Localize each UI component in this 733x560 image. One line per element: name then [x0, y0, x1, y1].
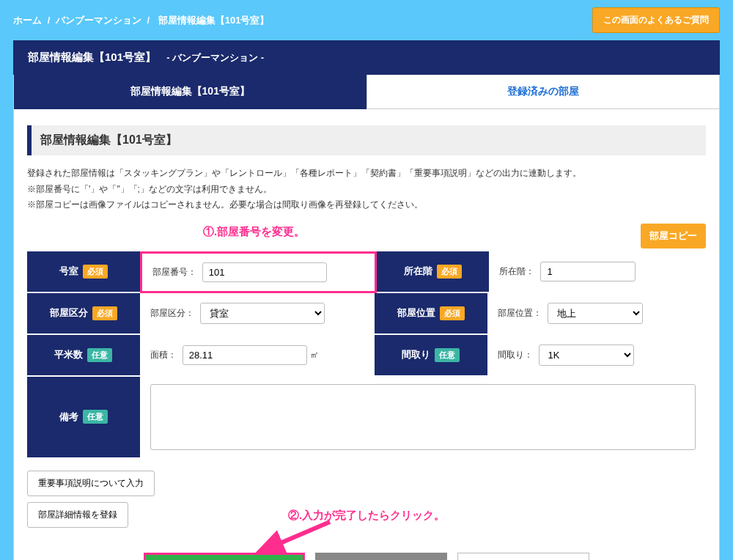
field-label: 部屋番号：	[152, 266, 196, 279]
important-matters-button[interactable]: 重要事項説明について入力	[27, 471, 155, 496]
required-badge: 必須	[440, 306, 465, 320]
room-pos-select[interactable]: 地上	[548, 303, 643, 324]
room-pos-cell: 部屋位置： 地上	[487, 293, 706, 335]
breadcrumb-building[interactable]: バンブーマンション	[56, 15, 141, 26]
field-label: 間取り：	[498, 349, 533, 361]
delete-button[interactable]: 削除する	[315, 553, 447, 560]
annotation-1: ①.部屋番号を変更。	[203, 225, 305, 239]
breadcrumb-current: 部屋情報編集【101号室】	[158, 15, 270, 26]
room-no-input[interactable]	[202, 262, 327, 282]
note-line: ※部屋コピーは画像ファイルはコピーされません。必要な場合は間取り画像を再登録して…	[27, 197, 706, 213]
note-line: 登録された部屋情報は「スタッキングプラン」や「レントロール」「各種レポート」「契…	[27, 166, 706, 182]
label-layout: 間取り 任意	[375, 335, 487, 377]
room-copy-button[interactable]: 部屋コピー	[641, 224, 706, 248]
faq-button[interactable]: この画面のよくあるご質問	[592, 7, 720, 33]
room-type-cell: 部屋区分： 貸室	[140, 293, 375, 335]
floor-input[interactable]	[540, 262, 636, 281]
page-subtitle: - バンブーマンション -	[166, 52, 264, 63]
layout-cell: 間取り： 1K	[487, 335, 706, 377]
label-room-type: 部屋区分 必須	[27, 293, 140, 335]
breadcrumb: ホーム / バンブーマンション / 部屋情報編集【101号室】	[13, 14, 272, 27]
field-label: 部屋位置：	[498, 307, 542, 320]
optional-badge: 任意	[83, 410, 108, 424]
back-button[interactable]: 新規登録に戻る	[457, 553, 589, 560]
field-label: 所在階：	[499, 265, 534, 278]
optional-badge: 任意	[87, 348, 112, 362]
page-title-bar: 部屋情報編集【101号室】 - バンブーマンション -	[13, 40, 720, 75]
page-title: 部屋情報編集【101号室】	[28, 51, 156, 63]
floor-cell: 所在階：	[489, 251, 706, 293]
label-floor: 所在階 必須	[377, 251, 490, 293]
field-label: 面積：	[150, 349, 177, 361]
label-room-no: 号室 必須	[27, 251, 140, 293]
room-detail-button[interactable]: 部屋詳細情報を登録	[27, 502, 128, 528]
update-button[interactable]: 登録情報を更新する	[144, 553, 305, 560]
area-cell: 面積： ㎡	[140, 335, 375, 377]
label-area: 平米数 任意	[27, 335, 140, 377]
section-heading: 部屋情報編集【101号室】	[27, 125, 706, 155]
field-label: 部屋区分：	[150, 307, 194, 320]
room-type-select[interactable]: 貸室	[200, 303, 325, 324]
label-room-pos: 部屋位置 必須	[375, 293, 487, 335]
notes: 登録された部屋情報は「スタッキングプラン」や「レントロール」「各種レポート」「契…	[27, 166, 706, 213]
breadcrumb-home[interactable]: ホーム	[13, 15, 42, 26]
area-unit: ㎡	[310, 349, 319, 361]
note-line: ※部屋番号に「'」や「"」「;」などの文字は利用できません。	[27, 182, 706, 198]
label-remarks: 備考 任意	[27, 377, 140, 457]
tab-edit[interactable]: 部屋情報編集【101号室】	[14, 75, 366, 109]
required-badge: 必須	[83, 265, 108, 279]
remarks-cell	[140, 377, 706, 457]
room-no-cell: 部屋番号：	[140, 251, 377, 293]
required-badge: 必須	[92, 306, 117, 320]
area-input[interactable]	[183, 345, 307, 365]
annotation-2: ②.入力が完了したらクリック。	[235, 509, 498, 523]
tab-registered[interactable]: 登録済みの部屋	[366, 75, 720, 109]
optional-badge: 任意	[435, 348, 460, 362]
required-badge: 必須	[437, 265, 462, 279]
remarks-textarea[interactable]	[150, 384, 696, 450]
layout-select[interactable]: 1K	[539, 345, 634, 366]
